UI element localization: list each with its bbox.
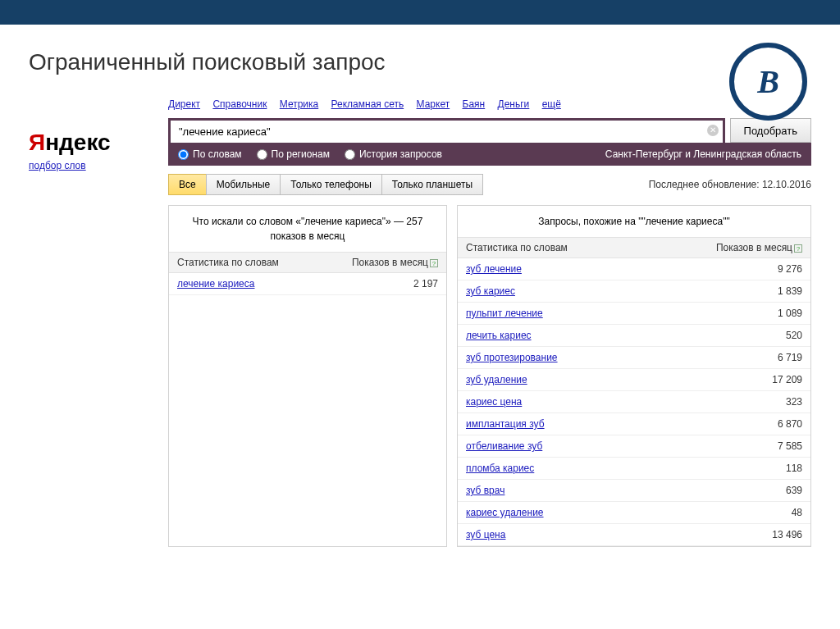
left-panel-title: Что искали со словом «"лечение кариеса"»… <box>169 206 446 252</box>
keyword-link[interactable]: пульпит лечение <box>466 308 543 319</box>
radio-history[interactable]: История запросов <box>345 148 442 160</box>
shows-count: 118 <box>646 458 810 480</box>
link-more[interactable]: ещё <box>542 98 561 110</box>
yandex-logo-y: Я <box>29 130 45 155</box>
keyword-link[interactable]: зуб лечение <box>466 263 522 275</box>
last-update: Последнее обновление: 12.10.2016 <box>649 179 811 190</box>
link-ad-network[interactable]: Рекламная сеть <box>331 98 404 110</box>
table-row: зуб лечение9 276 <box>458 258 810 280</box>
shows-count: 639 <box>646 480 810 502</box>
region-label[interactable]: Санкт-Петербург и Ленинградская область <box>605 148 801 160</box>
right-table: Статистика по словам Показов в месяц? зу… <box>458 237 810 546</box>
right-panel: Запросы, похожие на ""лечение кариеса"" … <box>457 205 811 547</box>
slide-top-bar <box>0 0 840 25</box>
shows-count: 6 870 <box>646 413 810 435</box>
link-sprav[interactable]: Справочник <box>212 98 267 110</box>
tab-tablets[interactable]: Только планшеты <box>381 174 483 195</box>
hse-logo: В <box>729 43 807 121</box>
link-direct[interactable]: Директ <box>168 98 200 110</box>
table-row: зуб удаление17 209 <box>458 369 810 391</box>
right-panel-title: Запросы, похожие на ""лечение кариеса"" <box>458 206 810 237</box>
tab-phones[interactable]: Только телефоны <box>280 174 382 195</box>
keyword-link[interactable]: зуб кариес <box>466 285 515 297</box>
submit-button[interactable]: Подобрать <box>730 118 811 143</box>
shows-count: 17 209 <box>646 369 810 391</box>
tab-mobile[interactable]: Мобильные <box>206 174 281 195</box>
shows-count: 48 <box>646 502 810 524</box>
wordstat-link[interactable]: подбор слов <box>29 160 86 171</box>
shows-count: 6 719 <box>646 347 810 369</box>
table-row: кариес цена323 <box>458 391 810 413</box>
radio-by-words[interactable]: По словам <box>178 148 242 160</box>
col-stat: Статистика по словам <box>169 253 317 273</box>
shows-count: 1 839 <box>646 280 810 303</box>
shows-count: 2 197 <box>317 273 446 295</box>
link-bayan[interactable]: Баян <box>463 98 486 110</box>
yandex-logo: Яндекс <box>29 130 168 156</box>
col-shows: Показов в месяц? <box>317 253 446 273</box>
yandex-sidebar: Яндекс подбор слов <box>29 98 168 547</box>
keyword-link[interactable]: имплантация зуб <box>466 418 545 430</box>
table-row: лечение кариеса2 197 <box>169 273 446 295</box>
filter-bar: По словам По регионам История запросов С… <box>168 143 811 166</box>
keyword-link[interactable]: пломба кариес <box>466 463 534 474</box>
link-money[interactable]: Деньги <box>498 98 530 110</box>
clear-icon[interactable]: ✕ <box>707 125 719 136</box>
left-panel: Что искали со словом «"лечение кариеса"»… <box>168 205 447 547</box>
shows-count: 13 496 <box>646 524 810 546</box>
hse-logo-letter: В <box>757 62 779 101</box>
radio-by-words-label: По словам <box>193 148 242 160</box>
shows-count: 323 <box>646 391 810 413</box>
shows-count: 520 <box>646 325 810 347</box>
keyword-link[interactable]: зуб протезирование <box>466 352 558 363</box>
table-row: пульпит лечение1 089 <box>458 303 810 325</box>
top-service-links: Директ Справочник Метрика Рекламная сеть… <box>168 98 811 110</box>
col-stat-r: Статистика по словам <box>458 238 646 258</box>
keyword-link[interactable]: лечение кариеса <box>177 278 254 289</box>
tab-all[interactable]: Все <box>168 174 207 195</box>
table-row: отбеливание зуб7 585 <box>458 435 810 458</box>
link-market[interactable]: Маркет <box>417 98 450 110</box>
radio-by-regions-label: По регионам <box>272 148 330 160</box>
link-metrika[interactable]: Метрика <box>280 98 318 110</box>
help-icon[interactable]: ? <box>794 244 802 253</box>
table-row: имплантация зуб6 870 <box>458 413 810 435</box>
keyword-link[interactable]: отбеливание зуб <box>466 440 542 452</box>
keyword-link[interactable]: лечить кариес <box>466 330 532 341</box>
shows-count: 7 585 <box>646 435 810 458</box>
table-row: кариес удаление48 <box>458 502 810 524</box>
table-row: зуб врач639 <box>458 480 810 502</box>
search-input[interactable] <box>168 118 725 143</box>
shows-count: 9 276 <box>646 258 810 280</box>
yandex-logo-rest: ндекс <box>45 130 110 155</box>
shows-count: 1 089 <box>646 303 810 325</box>
table-row: зуб протезирование6 719 <box>458 347 810 369</box>
table-row: зуб цена13 496 <box>458 524 810 546</box>
keyword-link[interactable]: зуб удаление <box>466 374 527 385</box>
table-row: лечить кариес520 <box>458 325 810 347</box>
table-row: зуб кариес1 839 <box>458 280 810 303</box>
col-shows-r: Показов в месяц? <box>646 238 810 258</box>
radio-history-label: История запросов <box>359 148 442 160</box>
radio-by-regions[interactable]: По регионам <box>257 148 330 160</box>
search-box: ✕ <box>168 118 725 143</box>
help-icon[interactable]: ? <box>430 259 438 267</box>
keyword-link[interactable]: кариес удаление <box>466 507 544 518</box>
table-row: пломба кариес118 <box>458 458 810 480</box>
keyword-link[interactable]: зуб цена <box>466 529 505 540</box>
left-table: Статистика по словам Показов в месяц? ле… <box>169 252 446 295</box>
keyword-link[interactable]: зуб врач <box>466 485 504 496</box>
keyword-link[interactable]: кариес цена <box>466 396 522 408</box>
page-title: Ограниченный поисковый запрос <box>29 49 811 75</box>
